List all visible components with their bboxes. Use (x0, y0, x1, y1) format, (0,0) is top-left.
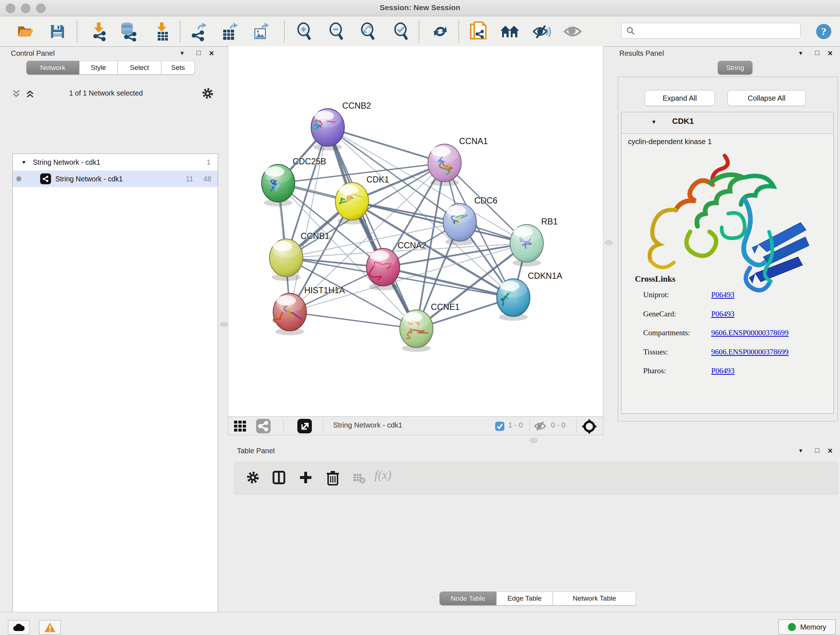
crosslink-link[interactable]: P06493 (711, 290, 734, 299)
export-table-icon[interactable] (218, 21, 241, 42)
memory-button[interactable]: Memory (778, 619, 836, 635)
new-network-from-selection-icon[interactable] (467, 21, 490, 42)
export-image-icon[interactable] (249, 21, 272, 42)
table-toolbar: f(x) (234, 462, 838, 494)
network-row[interactable]: String Network - cdk1 11 48 (13, 171, 218, 187)
results-panel-float-icon[interactable]: □ (815, 49, 819, 57)
network-collection-label: String Network - cdk1 (33, 158, 100, 166)
node-CDC25B[interactable] (262, 165, 295, 206)
crosslink-link[interactable]: 9606.ENSP00000378699 (711, 348, 789, 356)
edge-CCNB2-CCNA1[interactable] (328, 127, 445, 163)
right-splitter-grip[interactable] (605, 241, 613, 245)
node-label-CCNA1: CCNA1 (459, 136, 488, 146)
zoom-in-icon[interactable] (293, 21, 316, 42)
center-view-crosshair-icon[interactable] (581, 418, 597, 436)
tab-network-table[interactable]: Network Table (553, 592, 636, 605)
expand-all-tree-icon[interactable] (25, 89, 35, 98)
import-network-from-file-icon[interactable] (88, 21, 110, 42)
window-title: Session: New Session (0, 3, 840, 12)
collapse-all-button[interactable]: Collapse All (728, 90, 806, 106)
results-panel-close-icon[interactable]: × (828, 49, 832, 58)
table-panel-float-icon[interactable]: □ (815, 447, 819, 454)
crosslink-link[interactable]: P06493 (711, 366, 734, 375)
show-columns-icon[interactable] (272, 470, 286, 486)
birdseye-grid-icon[interactable] (233, 419, 247, 434)
cloud-status-icon[interactable] (8, 620, 30, 635)
crosslink-link[interactable]: 9606.ENSP00000378699 (711, 328, 789, 337)
search-icon (626, 26, 635, 35)
collection-count: 1 (207, 158, 210, 166)
hidden-eye-slash-icon (534, 421, 546, 432)
crosslink-row: Pharos:P06493 (643, 366, 824, 375)
left-splitter-grip[interactable] (220, 322, 228, 327)
control-panel: Control Panel ▼ □ × NetworkStyleSelectSe… (3, 46, 217, 612)
edge-HIST1H1A-CCNE1[interactable] (290, 312, 416, 329)
zoom-out-icon[interactable] (325, 21, 347, 42)
tab-edge-table[interactable]: Edge Table (496, 592, 553, 605)
node-CCNE1[interactable] (400, 310, 433, 352)
show-hide-icon[interactable] (561, 21, 584, 42)
first-neighbors-icon[interactable] (499, 21, 521, 42)
apply-preferred-layout-icon[interactable] (429, 21, 452, 42)
crosslink-label: Tissues: (643, 348, 711, 356)
network-selection-status: 1 of 1 Network selected (46, 89, 166, 97)
toolbar-separator (458, 21, 459, 42)
crosslink-row: Uniprot:P06493 (643, 290, 824, 299)
import-network-from-database-icon[interactable] (117, 21, 139, 42)
table-settings-gear-icon[interactable] (246, 470, 260, 486)
control-panel-menu-icon[interactable]: ▼ (180, 50, 185, 56)
tab-node-table[interactable]: Node Table (439, 592, 496, 605)
node-HIST1H1A[interactable] (273, 293, 306, 335)
search-input[interactable] (635, 27, 789, 35)
tab-network[interactable]: Network (27, 61, 79, 74)
open-view-in-window-icon[interactable] (297, 418, 312, 435)
tab-style[interactable]: Style (79, 61, 118, 74)
open-session-icon[interactable] (14, 21, 37, 42)
node-RB1[interactable] (510, 225, 543, 266)
crosslink-row: Tissues:9606.ENSP00000378699 (643, 348, 824, 356)
zoom-selected-icon[interactable] (390, 21, 412, 42)
expand-all-button[interactable]: Expand All (645, 90, 715, 106)
protein-section-header[interactable]: ▼ CDK1 (622, 112, 834, 134)
edge-CCNA2-CDKN1A[interactable] (383, 267, 513, 298)
function-builder-icon: f(x) (374, 468, 392, 482)
selected-checkbox-icon[interactable] (495, 422, 504, 432)
control-panel-close-icon[interactable]: × (209, 49, 214, 58)
crosslink-link[interactable]: P06493 (711, 310, 734, 318)
network-options-gear-icon[interactable] (201, 87, 214, 101)
network-canvas[interactable]: CCNB2CCNA1CDC25BCDK1CDC6RB1CCNB1CCNA2CDK… (228, 46, 603, 416)
network-collection-row[interactable]: ▼ String Network - cdk1 1 (13, 154, 218, 171)
import-table-from-file-icon[interactable] (150, 21, 173, 42)
edge-CCNB2-HIST1H1A[interactable] (290, 127, 328, 312)
save-session-icon[interactable] (46, 21, 69, 42)
warning-status-icon[interactable] (39, 620, 61, 635)
string-app-icon (40, 173, 51, 184)
results-panel-menu-icon[interactable]: ▼ (798, 50, 804, 56)
horizontal-splitter-grip[interactable] (530, 438, 538, 443)
delete-column-trash-icon[interactable] (326, 470, 340, 487)
node-CCNA1[interactable] (428, 144, 461, 186)
network-label: String Network - cdk1 (55, 175, 123, 183)
tab-string[interactable]: String (718, 61, 752, 74)
tab-sets[interactable]: Sets (161, 61, 195, 74)
graphics-details-icon[interactable] (531, 21, 553, 42)
table-panel-menu-icon[interactable]: ▼ (798, 448, 804, 454)
control-panel-float-icon[interactable]: □ (196, 49, 201, 57)
export-network-icon[interactable] (187, 21, 210, 42)
section-expander-icon[interactable]: ▼ (651, 119, 657, 125)
table-panel-tabs: Node TableEdge TableNetwork Table (439, 592, 636, 605)
tab-select[interactable]: Select (118, 61, 161, 74)
string-network-badge-icon[interactable] (256, 418, 271, 435)
node-CDKN1A[interactable] (497, 279, 530, 321)
node-CCNB2[interactable] (311, 109, 344, 150)
edge-CCNB2-CCNE1[interactable] (328, 127, 416, 329)
collapse-all-tree-icon[interactable] (11, 89, 21, 98)
create-column-plus-icon[interactable] (298, 470, 313, 486)
help-icon[interactable]: ? (813, 21, 835, 42)
zoom-fit-content-icon[interactable] (357, 21, 379, 42)
search-box[interactable] (621, 23, 801, 39)
tree-expander-icon[interactable]: ▼ (21, 159, 27, 165)
toolbar-separator (284, 21, 285, 42)
table-panel-close-icon[interactable]: × (828, 446, 832, 456)
edge-count: 48 (203, 175, 211, 183)
